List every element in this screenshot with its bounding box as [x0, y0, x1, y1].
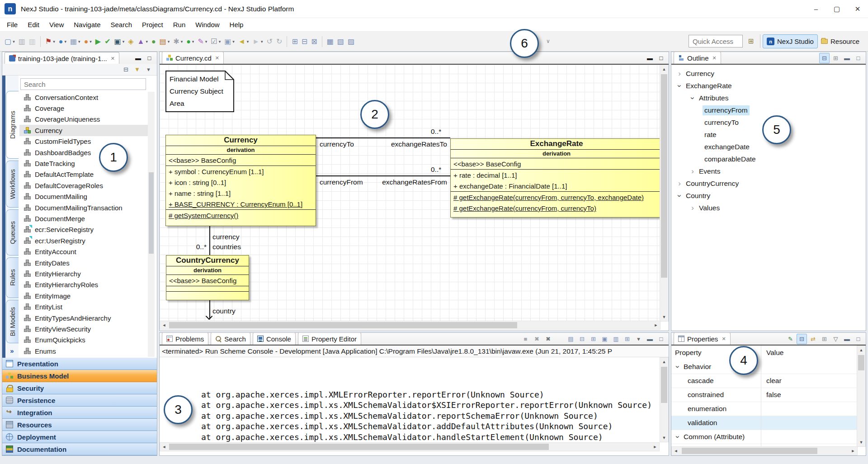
class-member[interactable]: + rate : decimal [1..1] [451, 169, 660, 180]
shield-icon[interactable]: ◈ [127, 35, 135, 48]
list-item[interactable]: DocumentMailingTransaction [19, 202, 148, 213]
close-icon[interactable]: ✕ [722, 336, 726, 342]
separator[interactable] [554, 334, 565, 344]
category-tab[interactable]: Workflows [6, 161, 19, 208]
category-tab[interactable]: Queues [6, 209, 19, 256]
outline-tab[interactable]: Outline ✕ [674, 52, 721, 64]
align-vertical-icon[interactable]: ⊟ [300, 35, 309, 48]
tree-node[interactable]: Attributes [671, 92, 866, 104]
table-icon[interactable]: ⊞ [819, 334, 830, 344]
redo-icon[interactable]: ↻ [275, 35, 283, 48]
list-item[interactable]: DocumentMerge [19, 213, 148, 224]
run-icon[interactable]: ▶ [94, 35, 102, 48]
quick-access-input[interactable] [689, 35, 743, 47]
property-row[interactable]: cascade clear [671, 374, 857, 388]
tree-node[interactable]: Values [671, 202, 866, 214]
view-tab[interactable]: Console [253, 332, 296, 345]
list-item[interactable]: EntityViewSecurity [19, 323, 148, 334]
view-menu-icon[interactable]: ▽ [830, 334, 841, 344]
properties-tab[interactable]: Properties ✕ [674, 332, 731, 345]
scroll-lock-icon[interactable]: ⊟ [577, 334, 587, 344]
layout-radial-icon[interactable]: ▨ [346, 35, 356, 48]
match-size-icon[interactable]: ⊠ [310, 35, 318, 48]
list-item[interactable]: ecr:ServiceRegistry [19, 224, 148, 235]
menu-item[interactable]: Help [225, 19, 249, 30]
tree-node[interactable]: currencyFrom [671, 104, 866, 116]
list-item[interactable]: DashboardBadges [19, 147, 148, 158]
expand-chevron-icon[interactable] [688, 94, 697, 103]
list-item[interactable]: EnumQuickpicks [19, 335, 148, 346]
expand-chevron-icon[interactable] [675, 179, 684, 188]
view-menu-icon[interactable]: ▾ [143, 64, 154, 75]
checklist-icon[interactable]: ☑ [209, 35, 222, 48]
list-item[interactable]: DocumentMailing [19, 191, 148, 202]
layer-section[interactable]: Security [2, 382, 157, 394]
console-output[interactable]: at org.apache.xerces.impl.XMLErrorReport… [160, 357, 651, 442]
pin-console-icon[interactable]: ▣ [599, 334, 610, 344]
layer-section[interactable]: Presentation [2, 358, 157, 370]
save-icon[interactable]: ▥ [17, 35, 27, 48]
class-member[interactable]: <<base>> BaseConfig [451, 158, 660, 169]
column-divider[interactable] [761, 346, 761, 446]
user-icon[interactable]: ● [83, 35, 93, 48]
list-item[interactable]: EntityHierarchyRoles [19, 279, 148, 290]
open-perspective-icon[interactable]: ⊞ [748, 37, 754, 45]
table-view-icon[interactable]: ⊞ [830, 53, 841, 63]
diagram-canvas[interactable]: Financial ModelCurrency SubjectArea 0..*… [160, 65, 660, 322]
separator[interactable] [287, 36, 287, 47]
list-item[interactable]: ecr:UserRegistry [19, 235, 148, 246]
close-icon[interactable]: ✕ [712, 55, 717, 61]
list-item[interactable]: EntityTypesAndHierarchy [19, 312, 148, 323]
sync-icon[interactable]: ⇄ [808, 334, 818, 344]
association-line-countries[interactable] [209, 226, 210, 255]
class-member[interactable]: # getSystemCurrency() [166, 209, 316, 221]
new-property-icon[interactable]: ✎ [785, 334, 796, 344]
property-row[interactable]: Common (Attribute) [671, 430, 857, 444]
layer-section[interactable]: Business Model [2, 370, 157, 382]
list-item[interactable]: CoverageUniqueness [19, 114, 148, 125]
list-item[interactable]: CustomFieldTypes [19, 136, 148, 147]
uml-class-exchangerate[interactable]: ExchangeRate derivation <<base>> BaseCon… [450, 138, 660, 218]
list-item[interactable]: DefaultActTemplate [19, 169, 148, 180]
perspective-nexj-studio[interactable]: n NexJ Studio [763, 34, 818, 48]
list-item[interactable]: Enums [19, 346, 148, 356]
display-console-icon[interactable]: ▥ [611, 334, 621, 344]
tree-node[interactable]: Events [671, 165, 866, 177]
close-window-button[interactable]: ✕ [847, 0, 868, 18]
class-member[interactable]: + symbol : CurrencyEnum [1..1] [166, 166, 316, 177]
explorer-search-input[interactable] [20, 78, 146, 90]
model-icon[interactable]: ⚑ [44, 35, 57, 48]
explorer-tab[interactable]: training-103-jade (training-1... ✕ [5, 52, 119, 64]
properties-vertical-scrollbar[interactable]: ▲▼ [857, 346, 866, 447]
property-row[interactable]: Behavior [671, 360, 857, 374]
diagram-note[interactable]: Financial ModelCurrency SubjectArea [165, 71, 234, 112]
maximize-view-icon[interactable]: □ [656, 53, 666, 63]
layer-section[interactable]: Persistence [2, 394, 157, 407]
menu-item[interactable]: Window [190, 19, 224, 30]
expand-chevron-icon[interactable] [675, 69, 684, 78]
window-nav-icon[interactable]: ▣ [223, 35, 236, 48]
class-member[interactable]: # getExchangeRate(currencyFrom, currency… [451, 203, 660, 213]
validate-icon[interactable]: ✔ [103, 35, 112, 48]
uml-class-countrycurrency[interactable]: CountryCurrency derivation <<base>> Base… [166, 255, 249, 300]
list-item[interactable]: ConversationContext [19, 92, 148, 103]
menu-item[interactable]: Run [168, 19, 191, 30]
layer-section[interactable]: Documentation [2, 443, 157, 455]
maximize-window-button[interactable]: ▢ [826, 0, 847, 18]
console-horizontal-scrollbar[interactable]: ◄► [160, 442, 660, 451]
menu-item[interactable]: File [2, 19, 23, 30]
property-value[interactable]: false [761, 391, 781, 399]
tree-mode-icon[interactable]: ⊟ [797, 334, 807, 344]
expand-chevron-icon[interactable] [688, 167, 697, 176]
tree-view-icon[interactable]: ⊟ [819, 53, 830, 63]
align-horizontal-icon[interactable]: ⊞ [290, 35, 299, 48]
maximize-icon[interactable]: □ [853, 334, 863, 344]
class-member[interactable]: <<base>> BaseConfig [166, 155, 316, 166]
perspective-resource[interactable]: Resource [817, 34, 863, 48]
properties-horizontal-scrollbar[interactable]: ◄► [671, 446, 858, 455]
view-tab[interactable]: Property Editor [298, 332, 361, 345]
maximize-icon[interactable]: □ [656, 334, 666, 344]
class-member[interactable]: + exchangeDate : FinancialDate [1..1] [451, 180, 660, 191]
list-item[interactable]: DateTracking [19, 158, 148, 169]
collapse-all-icon[interactable]: ⊟ [121, 64, 131, 75]
